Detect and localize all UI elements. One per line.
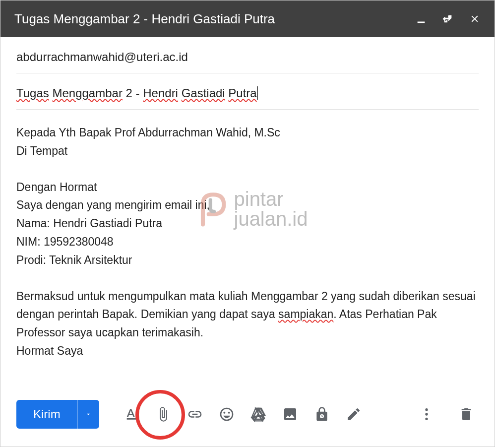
formatting-tools	[119, 402, 366, 427]
more-vert-icon	[419, 406, 434, 422]
window-controls	[415, 13, 481, 25]
drive-button[interactable]	[246, 402, 271, 427]
right-tools	[414, 402, 479, 427]
svg-point-1	[425, 408, 428, 411]
close-button[interactable]	[469, 13, 481, 25]
minimize-button[interactable]	[415, 13, 427, 25]
close-icon	[469, 13, 480, 24]
drive-icon	[250, 406, 266, 422]
body-line: Kepada Yth Bapak Prof Abdurrachman Wahid…	[16, 124, 479, 142]
svg-point-3	[425, 418, 428, 420]
confidential-button[interactable]	[310, 402, 334, 427]
recipient-text: abdurrachmanwahid@uteri.ac.id	[16, 50, 188, 64]
link-button[interactable]	[183, 402, 207, 427]
lock-clock-icon	[314, 406, 330, 422]
format-button[interactable]	[119, 402, 144, 427]
recipient-field[interactable]: abdurrachmanwahid@uteri.ac.id	[16, 37, 479, 73]
email-body[interactable]: Kepada Yth Bapak Prof Abdurrachman Wahid…	[16, 110, 479, 378]
send-options-button[interactable]	[77, 400, 99, 429]
body-line: Prodi: Teknik Arsitektur	[16, 251, 479, 269]
svg-rect-0	[418, 22, 425, 23]
text-cursor	[257, 86, 258, 100]
body-line: Saya dengan yang mengirim email ini,	[16, 196, 479, 214]
format-icon	[124, 406, 139, 422]
body-paragraph: Bermaksud untuk mengumpulkan mata kuliah…	[16, 287, 479, 342]
chevron-down-icon	[85, 411, 92, 418]
attach-button[interactable]	[151, 402, 176, 427]
subject-field[interactable]: Tugas Menggambar 2 - Hendri Gastiadi Put…	[16, 73, 479, 110]
link-icon	[187, 406, 203, 422]
compose-window: Tugas Menggambar 2 - Hendri Gastiadi Put…	[0, 0, 495, 447]
title-bar: Tugas Menggambar 2 - Hendri Gastiadi Put…	[0, 0, 495, 37]
salutation-block: Kepada Yth Bapak Prof Abdurrachman Wahid…	[16, 124, 479, 160]
minimize-icon	[416, 13, 427, 24]
window-title: Tugas Menggambar 2 - Hendri Gastiadi Put…	[14, 11, 275, 27]
photo-icon	[282, 406, 298, 422]
fullscreen-button[interactable]	[442, 13, 454, 25]
subject-text: Tugas Menggambar 2 - Hendri Gastiadi Put…	[16, 86, 258, 100]
fullscreen-icon	[442, 13, 453, 24]
compose-toolbar: Kirim	[16, 399, 479, 430]
send-button-group: Kirim	[16, 400, 99, 429]
main-paragraph: Bermaksud untuk mengumpulkan mata kuliah…	[16, 287, 479, 360]
send-button[interactable]: Kirim	[16, 400, 77, 429]
body-line: Di Tempat	[16, 142, 479, 160]
body-line: Dengan Hormat	[16, 178, 479, 196]
svg-point-2	[425, 413, 428, 415]
content-area: abdurrachmanwahid@uteri.ac.id Tugas Meng…	[0, 37, 495, 447]
body-line: Nama: Hendri Gastiadi Putra	[16, 214, 479, 233]
insert-photo-button[interactable]	[278, 402, 303, 427]
emoji-icon	[219, 406, 235, 422]
emoji-button[interactable]	[214, 402, 239, 427]
pen-icon	[346, 406, 362, 422]
body-line: Hormat Saya	[16, 342, 479, 360]
trash-icon	[458, 406, 474, 422]
more-options-button[interactable]	[414, 402, 439, 427]
pen-button[interactable]	[341, 402, 366, 427]
body-line: NIM: 19592380048	[16, 233, 479, 251]
intro-block: Dengan Hormat Saya dengan yang mengirim …	[16, 178, 479, 269]
discard-button[interactable]	[454, 402, 479, 427]
attach-icon	[155, 406, 171, 422]
